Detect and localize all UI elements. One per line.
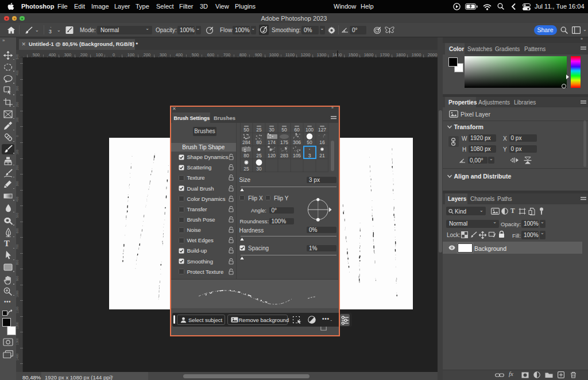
svg-text:25: 25 — [256, 127, 262, 133]
svg-text:283: 283 — [280, 153, 288, 158]
svg-text:25: 25 — [243, 166, 249, 172]
svg-text:127: 127 — [318, 127, 326, 133]
svg-text:50: 50 — [307, 139, 312, 145]
svg-text:105: 105 — [293, 153, 301, 158]
svg-text:50: 50 — [281, 127, 287, 133]
svg-text:100: 100 — [305, 127, 314, 133]
svg-text:50: 50 — [243, 127, 249, 133]
svg-text:30: 30 — [269, 127, 274, 133]
svg-text:30: 30 — [256, 166, 262, 172]
svg-text:60: 60 — [294, 127, 300, 133]
svg-text:175: 175 — [280, 139, 288, 145]
svg-text:120: 120 — [268, 153, 276, 158]
svg-text:284: 284 — [242, 139, 250, 145]
svg-text:174: 174 — [268, 139, 276, 145]
svg-text:16: 16 — [319, 139, 325, 145]
svg-text:25: 25 — [256, 153, 262, 158]
svg-text:80: 80 — [256, 139, 262, 145]
svg-text:3: 3 — [308, 153, 311, 158]
svg-text:306: 306 — [293, 139, 301, 145]
svg-text:80: 80 — [243, 153, 249, 158]
svg-text:21: 21 — [319, 153, 325, 158]
